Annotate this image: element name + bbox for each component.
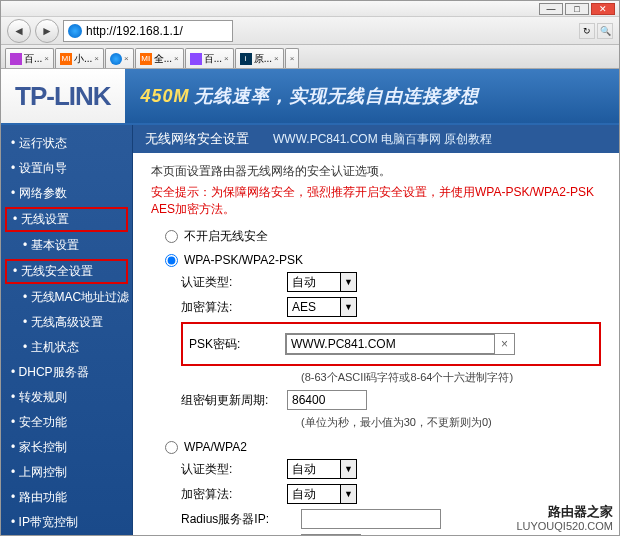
nav-forward-button[interactable]: ►	[35, 19, 59, 43]
favicon-icon: i	[240, 53, 252, 65]
favicon-icon: MI	[60, 53, 72, 65]
sidebar-item[interactable]: 网络参数	[1, 181, 132, 206]
radio-wpa-psk[interactable]: WPA-PSK/WPA2-PSK	[165, 253, 601, 267]
radio-wpa[interactable]: WPA/WPA2	[165, 440, 601, 454]
radio-no-security[interactable]: 不开启无线安全	[165, 228, 601, 245]
refresh-icon[interactable]: ↻	[579, 23, 595, 39]
panel-warning: 安全提示：为保障网络安全，强烈推荐开启安全设置，并使用WPA-PSK/WPA2-…	[151, 184, 601, 218]
tab-close-icon[interactable]: ×	[124, 54, 129, 63]
ie-icon	[68, 24, 82, 38]
sidebar-item[interactable]: IP带宽控制	[1, 510, 132, 535]
radio-label: WPA-PSK/WPA2-PSK	[184, 253, 303, 267]
radio-input[interactable]	[165, 230, 178, 243]
encryption-select[interactable]: AES▼	[287, 297, 357, 317]
address-bar: ◄ ► http://192.168.1.1/ ↻ 🔍	[1, 17, 619, 45]
window-minimize-button[interactable]: —	[539, 3, 563, 15]
encryption-select-2[interactable]: 自动▼	[287, 484, 357, 504]
radio-input[interactable]	[165, 441, 178, 454]
watermark-brand: 路由器之家	[516, 505, 613, 519]
browser-tab[interactable]: 百...×	[5, 48, 54, 68]
encryption-label-2: 加密算法:	[181, 486, 287, 503]
url-field[interactable]: http://192.168.1.1/	[63, 20, 233, 42]
panel-source-tag: WWW.PC841.COM 电脑百事网 原创教程	[273, 131, 492, 148]
radius-port-input[interactable]	[301, 534, 361, 535]
radio-input[interactable]	[165, 254, 178, 267]
chevron-down-icon: ▼	[340, 273, 356, 291]
select-value: 自动	[292, 462, 316, 476]
sidebar-item[interactable]: 安全功能	[1, 410, 132, 435]
psk-password-highlight: PSK密码: ×	[181, 322, 601, 366]
sidebar-item[interactable]: 设置向导	[1, 156, 132, 181]
chevron-down-icon: ▼	[340, 460, 356, 478]
radius-ip-input[interactable]	[301, 509, 441, 529]
browser-tab[interactable]: 百...×	[185, 48, 234, 68]
tab-close-icon[interactable]: ×	[274, 54, 279, 63]
sidebar-item[interactable]: 上网控制	[1, 460, 132, 485]
window-maximize-button[interactable]: □	[565, 3, 589, 15]
panel-title-text: 无线网络安全设置	[145, 130, 249, 148]
group-key-input[interactable]	[287, 390, 367, 410]
addr-tools: ↻ 🔍	[579, 23, 613, 39]
window-titlebar: — □ ✕	[1, 1, 619, 17]
auth-type-label-2: 认证类型:	[181, 461, 287, 478]
sidebar-item[interactable]: 无线高级设置	[1, 310, 132, 335]
psk-label: PSK密码:	[189, 336, 285, 353]
tab-close-icon[interactable]: ×	[94, 54, 99, 63]
tab-close-icon[interactable]: ×	[290, 54, 295, 63]
tab-label: 小...	[74, 52, 92, 66]
brand-logo: TP-LINK	[1, 81, 125, 112]
select-value: 自动	[292, 275, 316, 289]
sidebar-item[interactable]: 转发规则	[1, 385, 132, 410]
psk-hint: (8-63个ASCII码字符或8-64个十六进制字符)	[301, 370, 601, 385]
auth-type-select-2[interactable]: 自动▼	[287, 459, 357, 479]
psk-password-input[interactable]	[286, 334, 495, 354]
group-key-hint: (单位为秒，最小值为30，不更新则为0)	[301, 415, 601, 430]
select-value: AES	[292, 300, 316, 314]
chevron-down-icon: ▼	[340, 298, 356, 316]
sidebar-item[interactable]: DHCP服务器	[1, 360, 132, 385]
browser-tab[interactable]: ×	[105, 48, 134, 68]
browser-tab[interactable]: MI小...×	[55, 48, 104, 68]
tab-strip: 百...× MI小...× × MI全...× 百...× i原...× ×	[1, 45, 619, 69]
browser-tab[interactable]: i原...×	[235, 48, 284, 68]
sidebar-item[interactable]: 基本设置	[1, 233, 132, 258]
router-page: TP-LINK 450M 无线速率，实现无线自由连接梦想 运行状态设置向导网络参…	[1, 69, 619, 535]
watermark-url: LUYOUQI520.COM	[516, 519, 613, 533]
radius-ip-label: Radius服务器IP:	[181, 511, 301, 528]
url-text: http://192.168.1.1/	[86, 24, 228, 38]
search-icon[interactable]: 🔍	[597, 23, 613, 39]
router-header: TP-LINK 450M 无线速率，实现无线自由连接梦想	[1, 69, 619, 125]
chevron-down-icon: ▼	[340, 485, 356, 503]
panel-title: 无线网络安全设置 WWW.PC841.COM 电脑百事网 原创教程	[133, 125, 619, 153]
nav-back-button[interactable]: ◄	[7, 19, 31, 43]
banner-num: 450M	[141, 86, 190, 107]
tab-close-icon[interactable]: ×	[174, 54, 179, 63]
auth-type-select[interactable]: 自动▼	[287, 272, 357, 292]
sidebar-item[interactable]: 路由功能	[1, 485, 132, 510]
radio-label: WPA/WPA2	[184, 440, 247, 454]
group-key-label: 组密钥更新周期:	[181, 392, 287, 409]
tab-close-icon[interactable]: ×	[44, 54, 49, 63]
favicon-icon: MI	[140, 53, 152, 65]
watermark: 路由器之家 LUYOUQI520.COM	[516, 505, 613, 533]
banner-text: 无线速率，实现无线自由连接梦想	[194, 84, 479, 108]
tab-label: 百...	[204, 52, 222, 66]
sidebar-item[interactable]: 无线MAC地址过滤	[1, 285, 132, 310]
browser-tab[interactable]: ×	[285, 48, 300, 68]
window-close-button[interactable]: ✕	[591, 3, 615, 15]
sidebar-item[interactable]: 主机状态	[1, 335, 132, 360]
sidebar-item[interactable]: 运行状态	[1, 131, 132, 156]
favicon-icon	[110, 53, 122, 65]
psk-input-wrapper: ×	[285, 333, 515, 355]
auth-type-label: 认证类型:	[181, 274, 287, 291]
encryption-label: 加密算法:	[181, 299, 287, 316]
sidebar-item[interactable]: 无线安全设置	[5, 259, 128, 284]
sidebar-item[interactable]: 家长控制	[1, 435, 132, 460]
browser-tab[interactable]: MI全...×	[135, 48, 184, 68]
header-banner: 450M 无线速率，实现无线自由连接梦想	[125, 69, 619, 123]
clear-input-icon[interactable]: ×	[495, 337, 514, 351]
tab-close-icon[interactable]: ×	[224, 54, 229, 63]
tab-label: 百...	[24, 52, 42, 66]
select-value: 自动	[292, 487, 316, 501]
sidebar-item[interactable]: 无线设置	[5, 207, 128, 232]
